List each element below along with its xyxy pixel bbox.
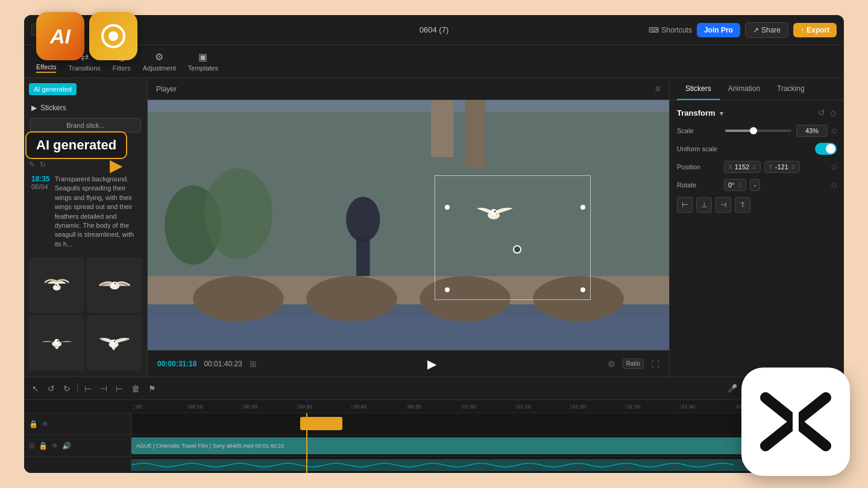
position-y-value: -121 [775,163,788,170]
top-bar: ⊞ ▾ 0604 (7) ⌨ Shortcuts Join Pro ↗ Shar… [24,15,844,45]
x-axis-label: X [728,164,732,170]
ruler-mark-20: 00:20 [242,404,297,410]
trim-start-button[interactable]: ⊣ [98,382,109,395]
track-main-icon[interactable]: ⊞ [29,442,35,450]
video-background [148,100,669,350]
main-video-clip[interactable]: AGUE | Cinematic Travel Film | Sony a640… [131,437,844,454]
center-panel: Player ≡ [148,78,669,377]
align-text-button[interactable]: T [735,197,750,213]
timeline-tracks: 🔒 👁 ⊞ 🔒 👁 🔊 [24,413,844,473]
ruler-mark-110: 01:10 [515,404,570,410]
scale-keyframe-icon[interactable]: ◇ [831,127,837,135]
undo-button[interactable]: ↺ [46,382,57,395]
chevron-right-icon: ▶ [31,104,37,112]
join-pro-button[interactable]: Join Pro [697,23,740,37]
rotate-handle[interactable] [513,245,521,254]
undo-icon[interactable]: ↺ [818,108,825,117]
svg-point-12 [54,339,59,344]
track-main-lock-icon[interactable]: 🔒 [39,442,48,450]
svg-point-34 [491,209,497,215]
uniform-scale-row: Uniform scale [677,143,837,155]
ratio-button[interactable]: Ratio [623,358,644,369]
refresh-icon[interactable]: ↻ [40,160,46,169]
export-button[interactable]: ↑ Export [793,23,837,37]
top-bar-right: ⌨ Shortcuts Join Pro ↗ Share ↑ Export [649,22,837,38]
position-x-value: 1152 [735,163,749,170]
edit-icon[interactable]: ✎ [29,160,35,169]
sticker-list-stickers[interactable]: ▶ Stickers [24,100,147,116]
svg-point-31 [346,196,380,242]
sticker-on-video[interactable] [471,195,519,231]
time-date: 06/04 [31,183,50,190]
video-area [148,100,669,350]
sticker-cell-4[interactable] [87,315,142,371]
toolbar-item-templates[interactable]: ▣ Templates [188,51,218,72]
grid-icon[interactable]: ⊞ [250,359,257,369]
align-center-h-button[interactable]: ⊥ [696,197,712,213]
svg-point-13 [57,340,58,342]
sticker-cell-2[interactable] [87,257,142,313]
scale-slider[interactable] [725,130,791,132]
play-button[interactable]: ▶ [427,357,436,371]
uniform-scale-toggle[interactable] [815,143,837,155]
diamond-icon[interactable]: ◇ [830,108,837,117]
scale-value[interactable]: 43% [796,125,828,137]
right-tabs: Stickers Animation Tracking [670,78,844,101]
track-main-audio-icon[interactable]: 🔊 [62,442,71,450]
timeline-playhead[interactable] [306,413,307,473]
rotate-row: Rotate 0° ⇕ - ◇ [677,179,837,191]
timecode-current: 00:00:31:18 [157,360,197,368]
app-icons: AI [36,12,137,60]
brand-sticker-button[interactable]: Brand stick... [30,118,141,133]
left-panel: AI generated ▶ Stickers Brand stick... ✎… [24,78,148,377]
svg-point-22 [306,276,397,321]
rotate-value-field[interactable]: 0° ⇕ [724,179,746,191]
marker-button[interactable]: ⚑ [146,382,158,395]
tab-stickers[interactable]: Stickers [677,78,720,100]
svg-point-1 [108,31,118,41]
timeline-ruler: :00 00:10 00:20 00:30 00:40 00:50 01:00 … [24,400,844,413]
sticker-cell-1[interactable] [29,257,84,313]
trim-end-button[interactable]: ⊢ [114,382,125,395]
redo-button[interactable]: ↻ [61,382,72,395]
align-left-button[interactable]: ⊢ [677,197,693,213]
sticker-cell-3[interactable] [29,315,84,371]
track-eye-icon[interactable]: 👁 [42,420,49,428]
audio-track-row [131,457,844,473]
microphone-button[interactable]: 🎤 [726,382,739,395]
export-icon: ↑ [800,26,804,34]
settings-icon[interactable]: ⚙ [608,359,615,369]
toolbar-item-adjustment[interactable]: ⚙ Adjustment [143,51,176,72]
align-right-button[interactable]: ⊣ [715,197,731,213]
svg-point-21 [193,276,283,321]
y-axis-label: Y [769,164,773,170]
tab-animation[interactable]: Animation [720,78,769,100]
shortcuts-button[interactable]: ⌨ Shortcuts [649,26,692,34]
select-tool-button[interactable]: ↖ [30,382,41,395]
svg-point-35 [494,210,496,212]
position-keyframe-icon[interactable]: ◇ [831,163,837,171]
position-y-field[interactable]: Y -121 ⇕ [764,161,800,173]
delete-button[interactable]: 🗑 [130,382,142,395]
svg-rect-32 [356,236,370,276]
rotate-keyframe-icon[interactable]: ◇ [831,181,837,189]
tab-tracking[interactable]: Tracking [769,78,813,100]
rotate-extra-field[interactable]: - [750,179,761,191]
track-main-eye-icon[interactable]: 👁 [51,442,58,450]
timeline-area: ↖ ↺ ↻ ⊢ ⊣ ⊢ 🗑 ⚑ 🎤 ⇔ ⊞ ⊟ ⇤ ⊕ — ⚙ :00 [24,377,844,473]
ruler-mark-0: :00 [133,404,187,410]
share-button[interactable]: ↗ Share [745,22,788,38]
position-row: Position X 1152 ⇕ Y -121 ⇕ ◇ [677,161,837,173]
tab-ai-generated[interactable]: AI generated [29,83,77,95]
position-x-field[interactable]: X 1152 ⇕ [724,161,761,173]
ruler-mark-120: 01:20 [570,404,625,410]
templates-icon: ▣ [198,51,207,63]
adjustment-icon: ⚙ [155,51,163,63]
fullscreen-icon[interactable]: ⛶ [651,359,659,369]
svg-point-16 [114,340,115,342]
player-menu-icon[interactable]: ≡ [655,84,661,95]
filters-label: Filters [113,64,131,72]
split-button[interactable]: ⊢ [83,382,93,395]
track-lock-icon[interactable]: 🔒 [29,420,38,428]
track-ctrl-main: ⊞ 🔒 👁 🔊 [24,435,131,457]
